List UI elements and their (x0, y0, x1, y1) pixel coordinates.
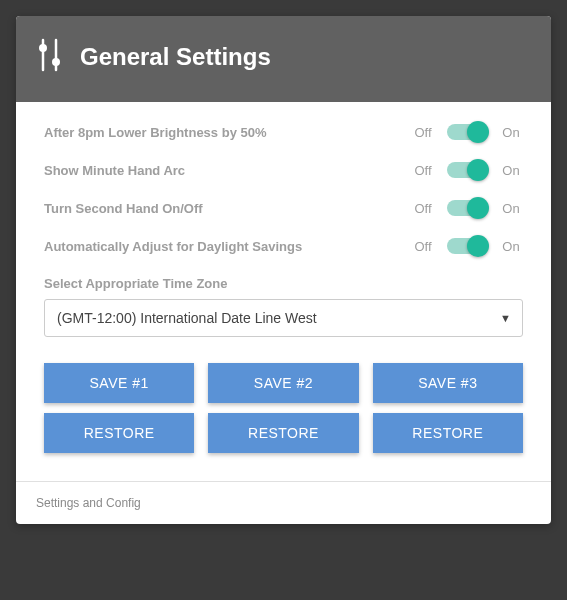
save-3-button[interactable]: SAVE #3 (373, 363, 523, 403)
toggle-group: Off On (411, 200, 523, 216)
save-1-button[interactable]: SAVE #1 (44, 363, 194, 403)
setting-label: Automatically Adjust for Daylight Saving… (44, 239, 411, 254)
timezone-select-wrap: (GMT-12:00) International Date Line West… (44, 299, 523, 337)
brightness-toggle[interactable] (447, 124, 487, 140)
toggle-on-label: On (499, 239, 523, 254)
setting-row-brightness: After 8pm Lower Brightness by 50% Off On (44, 124, 523, 140)
setting-row-second-hand: Turn Second Hand On/Off Off On (44, 200, 523, 216)
toggle-off-label: Off (411, 163, 435, 178)
toggle-on-label: On (499, 163, 523, 178)
setting-label: After 8pm Lower Brightness by 50% (44, 125, 411, 140)
setting-label: Turn Second Hand On/Off (44, 201, 411, 216)
button-grid: SAVE #1 SAVE #2 SAVE #3 RESTORE RESTORE … (44, 363, 523, 453)
footer-text: Settings and Config (36, 496, 141, 510)
svg-point-3 (52, 58, 60, 66)
toggle-off-label: Off (411, 201, 435, 216)
header: General Settings (16, 16, 551, 102)
settings-sliders-icon (36, 38, 66, 76)
restore-3-button[interactable]: RESTORE (373, 413, 523, 453)
second-hand-toggle[interactable] (447, 200, 487, 216)
toggle-on-label: On (499, 125, 523, 140)
restore-2-button[interactable]: RESTORE (208, 413, 358, 453)
restore-1-button[interactable]: RESTORE (44, 413, 194, 453)
timezone-select[interactable]: (GMT-12:00) International Date Line West (44, 299, 523, 337)
toggle-on-label: On (499, 201, 523, 216)
minute-arc-toggle[interactable] (447, 162, 487, 178)
page-title: General Settings (80, 43, 271, 71)
save-2-button[interactable]: SAVE #2 (208, 363, 358, 403)
setting-row-minute-arc: Show Minute Hand Arc Off On (44, 162, 523, 178)
toggle-off-label: Off (411, 239, 435, 254)
footer: Settings and Config (16, 481, 551, 524)
timezone-label: Select Appropriate Time Zone (44, 276, 523, 291)
toggle-group: Off On (411, 238, 523, 254)
dst-toggle[interactable] (447, 238, 487, 254)
toggle-group: Off On (411, 162, 523, 178)
toggle-off-label: Off (411, 125, 435, 140)
settings-card: General Settings After 8pm Lower Brightn… (16, 16, 551, 524)
settings-body: After 8pm Lower Brightness by 50% Off On… (16, 102, 551, 481)
toggle-group: Off On (411, 124, 523, 140)
svg-point-1 (39, 44, 47, 52)
setting-row-dst: Automatically Adjust for Daylight Saving… (44, 238, 523, 254)
setting-label: Show Minute Hand Arc (44, 163, 411, 178)
